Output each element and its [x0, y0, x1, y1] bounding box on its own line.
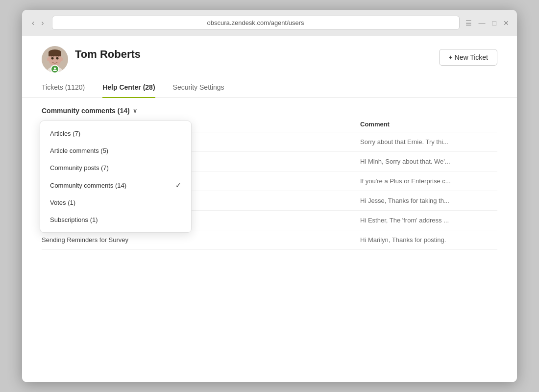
checkmark-icon: ✓ [175, 181, 181, 189]
svg-point-7 [60, 57, 63, 61]
page-content: Tom Roberts + New Ticket Tickets (1120) … [22, 36, 517, 382]
tabs-bar: Tickets (1120) Help Center (28) Security… [22, 75, 517, 98]
dropdown-item-subscriptions[interactable]: Subscriptions (1) [40, 211, 191, 228]
col-comment-header: Comment [360, 121, 497, 128]
browser-chrome: ‹ › obscura.zendesk.com/agent/users ☰ — … [22, 10, 517, 36]
dropdown-item-community-comments[interactable]: Community comments (14) ✓ [40, 176, 191, 194]
table-row: Sending Reminders for Survey Hi Marilyn,… [42, 230, 497, 250]
agent-icon [52, 67, 57, 72]
dropdown-item-votes[interactable]: Votes (1) [40, 194, 191, 211]
user-name: Tom Roberts [75, 46, 141, 61]
dropdown-item-article-comments[interactable]: Article comments (5) [40, 142, 191, 159]
tab-tickets[interactable]: Tickets (1120) [42, 83, 85, 98]
minimize-button[interactable]: — [479, 19, 486, 27]
svg-point-8 [51, 57, 54, 60]
svg-point-10 [54, 68, 56, 70]
forward-button[interactable]: › [39, 18, 46, 28]
address-bar[interactable]: obscura.zendesk.com/agent/users [52, 16, 460, 30]
maximize-button[interactable]: □ [492, 19, 496, 27]
avatar-container [42, 46, 68, 75]
new-ticket-button[interactable]: + New Ticket [439, 49, 497, 66]
user-header: Tom Roberts + New Ticket [22, 36, 517, 75]
browser-window: ‹ › obscura.zendesk.com/agent/users ☰ — … [22, 10, 517, 382]
main-area: Community comments (14) ∨ Articles (7) A… [22, 98, 517, 382]
dropdown-item-community-posts[interactable]: Community posts (7) [40, 159, 191, 176]
user-badge [50, 65, 59, 74]
nav-buttons: ‹ › [30, 18, 46, 28]
section-header[interactable]: Community comments (14) ∨ [22, 98, 517, 121]
dropdown-menu: Articles (7) Article comments (5) Commun… [40, 121, 192, 233]
svg-rect-5 [49, 52, 61, 56]
back-button[interactable]: ‹ [30, 18, 36, 28]
user-info: Tom Roberts [42, 46, 141, 75]
svg-point-9 [56, 57, 59, 60]
tab-help-center[interactable]: Help Center (28) [102, 83, 155, 98]
menu-button[interactable]: ☰ [466, 19, 472, 27]
close-button[interactable]: ✕ [503, 19, 509, 27]
dropdown-item-articles[interactable]: Articles (7) [40, 125, 191, 142]
browser-controls: ☰ — □ ✕ [466, 19, 509, 27]
svg-point-6 [47, 57, 50, 61]
tab-security-settings[interactable]: Security Settings [173, 83, 224, 98]
